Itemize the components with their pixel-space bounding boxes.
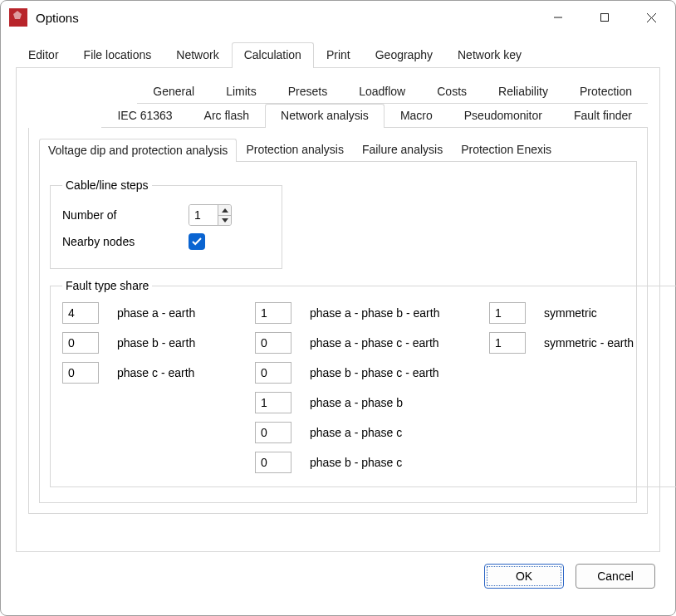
chevron-down-icon xyxy=(222,218,228,222)
fault-phase-bc-earth-label: phase b - phase c - earth xyxy=(310,366,484,379)
cable-line-steps-legend: Cable/line steps xyxy=(62,178,152,192)
titlebar: Options xyxy=(1,1,675,34)
minimize-icon xyxy=(553,12,563,22)
options-window: Options Editor File locations Network Ca… xyxy=(0,0,676,616)
subtab-reliability[interactable]: Reliability xyxy=(483,80,564,103)
fault-phase-c-earth-input[interactable] xyxy=(62,362,99,384)
maximize-button[interactable] xyxy=(585,5,624,30)
fault-phase-ab-earth-label: phase a - phase b - earth xyxy=(310,306,484,320)
client-area: Editor File locations Network Calculatio… xyxy=(1,34,675,615)
window-title: Options xyxy=(36,11,79,25)
fault-phase-bc-earth-input[interactable] xyxy=(255,362,291,384)
tab-print[interactable]: Print xyxy=(314,42,363,67)
subsub-tabstrip: Voltage dip and protection analysis Prot… xyxy=(39,138,637,162)
fault-phase-c-earth-label: phase c - earth xyxy=(117,366,250,379)
number-of-spin-up[interactable] xyxy=(218,205,231,215)
fault-phase-ac-label: phase a - phase c xyxy=(310,426,484,439)
fault-phase-bc-label: phase b - phase c xyxy=(310,456,484,469)
subtab-general[interactable]: General xyxy=(137,80,210,103)
sub-tabstrip: General Limits Presets Loadflow Costs Re… xyxy=(28,80,648,128)
subtab-limits[interactable]: Limits xyxy=(210,80,272,103)
nearby-nodes-label: Nearby nodes xyxy=(62,235,179,248)
check-icon xyxy=(192,237,202,246)
maximize-icon xyxy=(600,12,610,22)
subsub-tabbody: Cable/line steps Number of xyxy=(39,162,637,503)
cancel-button[interactable]: Cancel xyxy=(576,564,655,589)
fault-phase-ac-earth-input[interactable] xyxy=(255,332,291,354)
dialog-footer: OK Cancel xyxy=(16,552,660,600)
tab-network-key[interactable]: Network key xyxy=(445,42,534,67)
close-button[interactable] xyxy=(632,5,670,30)
svg-rect-1 xyxy=(601,14,609,22)
tab-network[interactable]: Network xyxy=(164,42,231,67)
fault-phase-b-earth-input[interactable] xyxy=(62,332,99,354)
fault-phase-ab-input[interactable] xyxy=(255,392,291,413)
number-of-spinner xyxy=(189,204,232,226)
cable-line-steps-group: Cable/line steps Number of xyxy=(50,178,282,269)
subtab-fault-finder[interactable]: Fault finder xyxy=(558,104,648,127)
chevron-up-icon xyxy=(222,208,228,213)
subtab-network-analysis[interactable]: Network analysis xyxy=(265,104,385,128)
fault-phase-ac-input[interactable] xyxy=(255,422,291,443)
subtab-iec61363[interactable]: IEC 61363 xyxy=(101,104,188,127)
fault-type-share-legend: Fault type share xyxy=(62,279,152,292)
fault-symmetric-input[interactable] xyxy=(489,302,526,324)
fault-phase-b-earth-label: phase b - earth xyxy=(117,336,250,350)
minimize-button[interactable] xyxy=(539,5,577,30)
subsubtab-voltage-dip[interactable]: Voltage dip and protection analysis xyxy=(39,139,237,162)
subtab-arc-flash[interactable]: Arc flash xyxy=(189,104,265,127)
fault-symmetric-earth-input[interactable] xyxy=(489,332,526,354)
tab-file-locations[interactable]: File locations xyxy=(71,42,164,67)
subtab-macro[interactable]: Macro xyxy=(385,104,448,127)
ok-button[interactable]: OK xyxy=(484,564,564,589)
tab-editor[interactable]: Editor xyxy=(16,42,71,67)
number-of-input[interactable] xyxy=(189,205,218,225)
subsubtab-failure-analysis[interactable]: Failure analysis xyxy=(353,138,452,161)
number-of-spin-down[interactable] xyxy=(218,215,231,225)
subtab-protection[interactable]: Protection xyxy=(564,80,648,103)
subsubtab-protection-enexis[interactable]: Protection Enexis xyxy=(452,138,561,161)
tab-calculation[interactable]: Calculation xyxy=(232,42,314,68)
close-icon xyxy=(646,12,657,23)
fault-type-share-group: Fault type share phase a - earth phase a… xyxy=(50,279,676,487)
main-tabstrip: Editor File locations Network Calculatio… xyxy=(16,42,660,68)
fault-phase-ab-earth-input[interactable] xyxy=(255,302,291,324)
fault-phase-ab-label: phase a - phase b xyxy=(310,396,484,409)
fault-symmetric-earth-label: symmetric - earth xyxy=(544,336,676,350)
subtab-presets[interactable]: Presets xyxy=(272,80,343,103)
subtab-costs[interactable]: Costs xyxy=(421,80,483,103)
fault-phase-a-earth-input[interactable] xyxy=(62,302,99,324)
fault-phase-bc-input[interactable] xyxy=(255,452,291,473)
number-of-label: Number of xyxy=(62,208,179,222)
subtab-loadflow[interactable]: Loadflow xyxy=(343,80,421,103)
fault-phase-ac-earth-label: phase a - phase c - earth xyxy=(310,336,484,350)
app-icon xyxy=(9,8,27,27)
subsubtab-protection-analysis[interactable]: Protection analysis xyxy=(237,138,353,161)
nearby-nodes-checkbox[interactable] xyxy=(189,233,205,250)
tab-geography[interactable]: Geography xyxy=(363,42,445,67)
fault-symmetric-label: symmetric xyxy=(544,306,676,320)
fault-grid: phase a - earth phase a - phase b - eart… xyxy=(62,302,676,473)
subtab-pseudomonitor[interactable]: Pseudomonitor xyxy=(448,104,558,127)
main-tabbody: General Limits Presets Loadflow Costs Re… xyxy=(16,68,660,552)
sub-tabbody: Voltage dip and protection analysis Prot… xyxy=(28,128,648,514)
fault-phase-a-earth-label: phase a - earth xyxy=(117,306,250,320)
